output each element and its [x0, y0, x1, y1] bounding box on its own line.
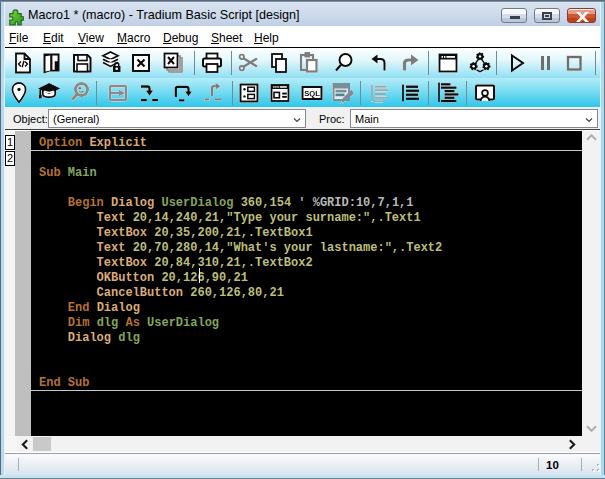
svg-text:SQL: SQL — [304, 89, 320, 98]
